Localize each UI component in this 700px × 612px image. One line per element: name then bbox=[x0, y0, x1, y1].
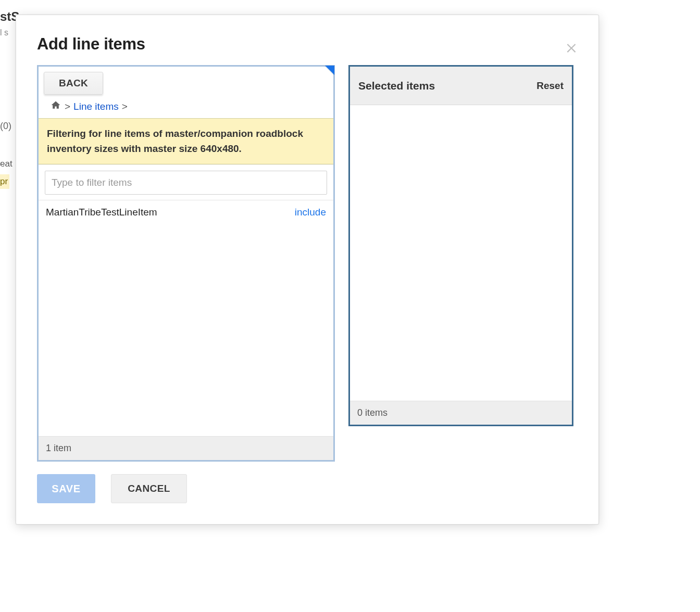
filter-input[interactable] bbox=[45, 171, 327, 195]
available-items-count: 1 item bbox=[39, 436, 333, 460]
breadcrumb-line-items[interactable]: Line items bbox=[73, 101, 119, 112]
close-icon[interactable] bbox=[564, 40, 579, 55]
selected-items-count: 0 items bbox=[350, 401, 572, 425]
home-icon[interactable] bbox=[50, 100, 61, 113]
available-items-panel: BACK > Line items > Filtering for line i… bbox=[37, 65, 335, 462]
modal-actions: SAVE CANCEL bbox=[37, 474, 578, 503]
list-item: MartianTribeTestLineItem include bbox=[39, 200, 333, 224]
selected-items-panel: Selected items Reset 0 items bbox=[348, 65, 573, 426]
bg-pr-fragment: pr bbox=[0, 174, 9, 189]
breadcrumb: > Line items > bbox=[50, 100, 333, 113]
item-name: MartianTribeTestLineItem bbox=[46, 207, 157, 218]
available-items-list: MartianTribeTestLineItem include bbox=[39, 200, 333, 436]
selected-items-title: Selected items bbox=[358, 80, 435, 92]
reset-link[interactable]: Reset bbox=[536, 80, 564, 92]
cancel-button[interactable]: CANCEL bbox=[111, 474, 187, 503]
selected-items-body bbox=[350, 105, 572, 401]
add-line-items-modal: Add line items BACK > Line items > Filte… bbox=[16, 15, 599, 525]
collapse-corner-icon[interactable] bbox=[325, 66, 334, 75]
selected-items-header: Selected items Reset bbox=[350, 67, 572, 105]
filter-banner: Filtering for line items of master/compa… bbox=[39, 118, 333, 164]
include-link[interactable]: include bbox=[295, 207, 326, 218]
breadcrumb-sep-trailing: > bbox=[122, 101, 128, 112]
back-button[interactable]: BACK bbox=[44, 72, 103, 95]
breadcrumb-sep: > bbox=[65, 101, 70, 112]
modal-title: Add line items bbox=[37, 35, 578, 54]
filter-input-container bbox=[39, 164, 333, 200]
save-button[interactable]: SAVE bbox=[37, 474, 95, 503]
